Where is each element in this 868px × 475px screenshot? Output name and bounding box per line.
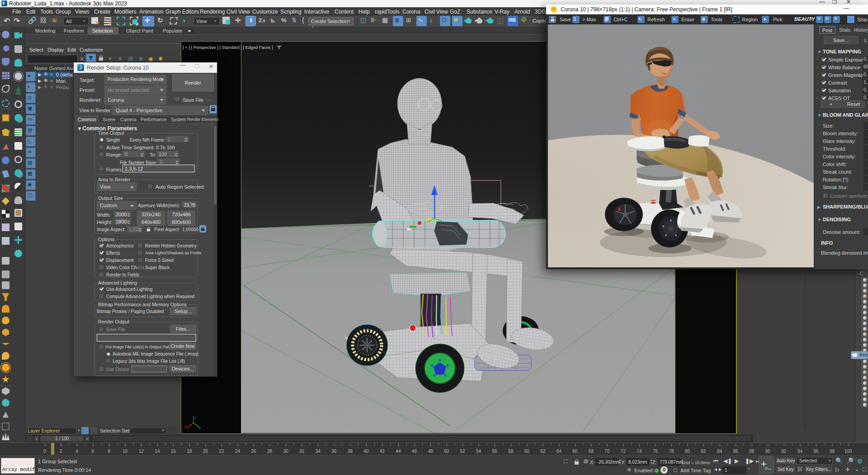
svg-text:62: 62 [540, 449, 546, 454]
svg-text:60: 60 [524, 449, 530, 454]
svg-text:56: 56 [492, 449, 498, 454]
svg-text:92: 92 [781, 449, 787, 454]
svg-text:22: 22 [219, 449, 224, 454]
svg-text:40: 40 [363, 449, 369, 454]
svg-text:16: 16 [171, 449, 176, 454]
svg-text:70: 70 [604, 449, 610, 454]
svg-text:44: 44 [396, 449, 401, 454]
svg-text:50: 50 [444, 449, 449, 454]
svg-text:82: 82 [701, 449, 707, 454]
svg-text:36: 36 [331, 449, 337, 454]
svg-text:66: 66 [572, 449, 578, 454]
svg-text:52: 52 [460, 449, 465, 454]
svg-text:14: 14 [155, 449, 160, 454]
svg-text:46: 46 [412, 449, 417, 454]
svg-text:6: 6 [92, 449, 94, 454]
svg-text:98: 98 [830, 449, 835, 454]
svg-text:64: 64 [557, 449, 562, 454]
svg-text:18: 18 [187, 449, 192, 454]
svg-text:68: 68 [589, 449, 594, 454]
svg-text:38: 38 [348, 449, 353, 454]
svg-text:100: 100 [844, 449, 852, 454]
svg-text:80: 80 [685, 449, 690, 454]
svg-text:90: 90 [765, 449, 771, 454]
svg-text:30: 30 [283, 449, 289, 454]
svg-text:94: 94 [797, 449, 803, 454]
svg-text:84: 84 [717, 449, 722, 454]
svg-text:z: z [195, 416, 197, 420]
svg-text:72: 72 [621, 449, 626, 454]
svg-text:34: 34 [316, 449, 321, 454]
svg-text:y: y [199, 430, 201, 431]
svg-text:88: 88 [749, 449, 755, 454]
svg-text:4: 4 [75, 449, 78, 454]
svg-text:48: 48 [428, 449, 433, 454]
svg-text:24: 24 [235, 449, 241, 454]
svg-text:54: 54 [476, 449, 481, 454]
svg-text:76: 76 [653, 449, 658, 454]
svg-text:x: x [184, 424, 186, 428]
svg-text:74: 74 [637, 449, 642, 454]
svg-text:86: 86 [733, 449, 739, 454]
svg-text:28: 28 [267, 449, 273, 454]
svg-text:78: 78 [669, 449, 675, 454]
svg-text:96: 96 [813, 449, 819, 454]
svg-text:0: 0 [43, 449, 46, 454]
svg-text:8: 8 [108, 449, 110, 454]
svg-text:26: 26 [251, 449, 256, 454]
svg-text:2: 2 [60, 449, 62, 454]
svg-text:32: 32 [299, 449, 305, 454]
svg-text:12: 12 [139, 449, 144, 454]
svg-text:10: 10 [123, 449, 128, 454]
svg-text:42: 42 [380, 449, 385, 454]
svg-text:20: 20 [203, 449, 208, 454]
svg-text:58: 58 [508, 449, 514, 454]
